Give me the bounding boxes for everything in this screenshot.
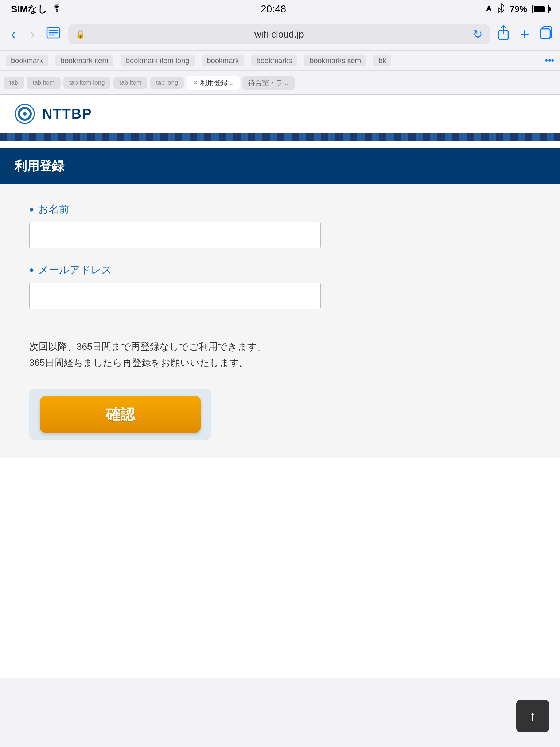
- tabs-bar: tab tab item tab item long tab item tab …: [0, 71, 560, 95]
- url-bar[interactable]: 🔒 wifi-cloud.jp ↻: [68, 24, 490, 44]
- name-label: お名前: [29, 202, 531, 216]
- form-divider: [29, 324, 321, 324]
- bookmarks-bar: bookmark bookmark item bookmark item lon…: [0, 50, 560, 71]
- lock-icon: 🔒: [75, 30, 85, 39]
- tab-registration-label: 利用登録...: [200, 78, 234, 88]
- status-left: SIMなし: [11, 3, 62, 16]
- browser-toolbar: ‹ › 🔒 wifi-cloud.jp ↻ +: [0, 18, 560, 50]
- status-time: 20:48: [261, 3, 286, 15]
- tab-misc-5[interactable]: tab long: [150, 77, 184, 89]
- back-button[interactable]: ‹: [7, 26, 19, 43]
- section-header: 利用登録: [0, 148, 560, 184]
- name-input[interactable]: [29, 222, 321, 248]
- tabs-button[interactable]: [540, 26, 553, 42]
- scroll-top-icon: ↑: [529, 708, 536, 724]
- forward-button[interactable]: ›: [27, 26, 39, 43]
- url-text: wifi-cloud.jp: [90, 29, 468, 40]
- email-label: メールアドレス: [29, 263, 531, 277]
- status-bar: SIMなし 20:48 79%: [0, 0, 560, 18]
- navigation-icon: [485, 4, 493, 14]
- status-right: 79%: [485, 3, 549, 15]
- confirm-button[interactable]: 確認: [40, 396, 201, 433]
- bookmark-5[interactable]: bookmarks: [251, 55, 297, 66]
- name-field-group: お名前: [29, 202, 531, 248]
- page-content: NTTBP 利用登録 お名前 メールアドレス 次回以降、365日間まで再登録なし…: [0, 95, 560, 678]
- svg-point-6: [23, 112, 27, 116]
- bookmark-2[interactable]: bookmark item: [55, 55, 113, 66]
- toolbar-actions: +: [497, 25, 553, 44]
- note-line-2: 365日間経ちましたら再登録をお願いいたします。: [29, 355, 531, 371]
- note-line-1: 次回以降、365日間まで再登録なしでご利用できます。: [29, 338, 531, 355]
- tab-close-registration[interactable]: ✕: [192, 79, 198, 87]
- reload-button[interactable]: ↻: [473, 27, 483, 41]
- bluetooth-icon: [498, 3, 505, 15]
- email-field-group: メールアドレス: [29, 263, 531, 309]
- bookmark-4[interactable]: bookmark: [202, 55, 244, 66]
- nttbp-logo-icon: [15, 104, 35, 124]
- note-text: 次回以降、365日間まで再登録なしでご利用できます。 365日間経ちましたら再登…: [29, 338, 531, 371]
- tab-misc-1[interactable]: tab: [4, 77, 24, 89]
- email-input[interactable]: [29, 283, 321, 309]
- svg-point-0: [56, 11, 58, 12]
- tab-misc-4[interactable]: tab item: [113, 77, 147, 89]
- signal-label: SIMなし: [11, 3, 47, 16]
- bookmarks-button[interactable]: [46, 26, 61, 43]
- bookmark-3[interactable]: bookmark item long: [121, 55, 195, 66]
- confirm-button-wrapper: 確認: [29, 389, 211, 440]
- wifi-icon: [52, 4, 62, 15]
- tab-misc-2[interactable]: tab item: [27, 77, 61, 89]
- battery-icon: [532, 5, 549, 13]
- add-tab-button[interactable]: +: [520, 25, 529, 43]
- tab-misc-3[interactable]: tab item long: [63, 77, 110, 89]
- tab-waiting-room-label: 待合室・ラ...: [248, 78, 289, 88]
- battery-percent: 79%: [510, 4, 527, 14]
- share-button[interactable]: [497, 25, 510, 44]
- nttbp-logo-text: NTTBP: [42, 106, 92, 122]
- svg-rect-3: [540, 29, 550, 39]
- bookmarks-more[interactable]: •••: [545, 55, 554, 66]
- stripe-bar: [0, 133, 560, 141]
- nttbp-header: NTTBP: [0, 95, 560, 133]
- form-area: お名前 メールアドレス 次回以降、365日間まで再登録なしでご利用できます。 3…: [0, 184, 560, 458]
- bookmark-7[interactable]: bk: [373, 55, 391, 66]
- bookmark-6[interactable]: bookmarks item: [304, 55, 366, 66]
- tab-waiting-room[interactable]: 待合室・ラ...: [242, 76, 295, 90]
- scroll-to-top-button[interactable]: ↑: [516, 700, 549, 732]
- bookmark-1[interactable]: bookmark: [6, 55, 48, 66]
- section-title: 利用登録: [15, 159, 64, 173]
- tab-registration[interactable]: ✕ 利用登録...: [187, 76, 240, 90]
